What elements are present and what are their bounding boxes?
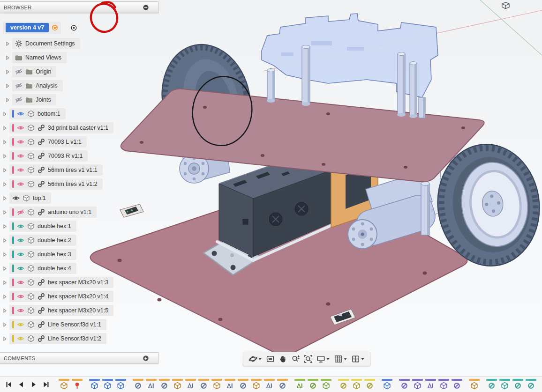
timeline-feature-item[interactable] <box>351 379 362 390</box>
browser-row-joints[interactable]: Joints <box>5 94 161 105</box>
timeline-feature-item[interactable] <box>211 379 222 390</box>
browser-row-component[interactable]: 56mm tires v1 v1:2 <box>2 178 161 190</box>
browser-row-pill[interactable]: hex spacer M3x20 v1:3 <box>9 277 113 288</box>
expand-arrow-icon[interactable] <box>5 41 11 47</box>
timeline-feature-item[interactable] <box>425 379 436 390</box>
browser-row-component[interactable]: 70093 R v1:1 <box>2 150 161 162</box>
browser-row-component[interactable]: bottom:1 <box>2 108 161 119</box>
browser-row-component[interactable]: 56mm tires v1 v1:1 <box>2 164 161 176</box>
browser-row-component[interactable]: hex spacer M3x20 v1:5 <box>2 305 161 316</box>
comments-panel-header[interactable]: COMMENTS <box>0 352 158 364</box>
browser-row-component[interactable]: 70093 L v1:1 <box>2 136 161 148</box>
expand-arrow-icon[interactable] <box>2 167 8 173</box>
browser-row-pill[interactable]: 56mm tires v1 v1:2 <box>9 178 103 190</box>
grid-snap-button[interactable] <box>332 354 349 364</box>
browser-row-label[interactable]: Analysis <box>36 82 58 89</box>
dropdown-caret-icon[interactable] <box>258 357 262 361</box>
browser-row-component[interactable]: hex spacer M3x20 v1:4 <box>2 291 161 302</box>
expand-arrow-icon[interactable] <box>2 181 8 187</box>
browser-row-pill[interactable]: double hex:3 <box>9 249 76 260</box>
browser-row-label[interactable]: double hex:4 <box>38 265 71 272</box>
timeline-feature-item[interactable] <box>159 379 170 390</box>
browser-row-pill[interactable]: Line Sensor.f3d v1:2 <box>9 333 106 344</box>
expand-arrow-icon[interactable] <box>2 308 8 314</box>
expand-arrow-icon[interactable] <box>2 153 8 159</box>
visibility-eye-icon[interactable] <box>17 124 24 132</box>
expand-arrow-icon[interactable] <box>2 294 8 300</box>
timeline-feature-item[interactable] <box>115 379 126 390</box>
timeline-feature-item[interactable] <box>185 379 196 390</box>
timeline-feature-item[interactable] <box>412 379 423 390</box>
browser-row-component[interactable]: double hex:4 <box>2 263 161 274</box>
browser-row-component[interactable]: Line Sensor.f3d v1:1 <box>2 319 161 330</box>
expand-arrow-icon[interactable] <box>5 97 11 103</box>
visibility-eye-icon[interactable] <box>12 194 20 202</box>
expand-arrow-icon[interactable] <box>2 251 8 258</box>
visibility-eye-icon[interactable] <box>17 265 24 272</box>
browser-row-pill[interactable]: 70093 L v1:1 <box>9 136 87 148</box>
hex-spacer[interactable] <box>409 62 417 118</box>
viewcube-mini-icon[interactable] <box>502 2 509 9</box>
visibility-eye-icon[interactable] <box>17 335 24 342</box>
browser-row-named-views[interactable]: Named Views <box>5 52 161 63</box>
browser-row-pill[interactable]: Line Sensor.f3d v1:1 <box>9 319 106 330</box>
visibility-eye-icon[interactable] <box>17 180 24 188</box>
browser-row-pill[interactable]: Named Views <box>12 52 67 63</box>
expand-arrow-icon[interactable] <box>2 209 8 215</box>
browser-row-pill[interactable]: hex spacer M3x20 v1:5 <box>9 305 113 316</box>
timeline-feature-item[interactable] <box>469 379 480 390</box>
browser-row-label[interactable]: Document Settings <box>25 40 75 47</box>
visibility-eye-icon[interactable] <box>17 152 24 160</box>
timeline-feature-item[interactable] <box>294 379 305 390</box>
timeline-feature-item[interactable] <box>198 379 209 390</box>
timeline-step-back-button[interactable] <box>16 380 26 389</box>
timeline-go-to-start-button[interactable] <box>4 380 13 389</box>
expand-arrow-icon[interactable] <box>2 266 8 272</box>
dropdown-caret-icon[interactable] <box>361 357 365 361</box>
browser-row-label[interactable]: top:1 <box>33 195 46 201</box>
browser-row-label[interactable]: arduino uno v1:1 <box>48 209 91 215</box>
browser-row-label[interactable]: 70093 R v1:1 <box>48 153 83 159</box>
expand-arrow-icon[interactable] <box>2 336 8 342</box>
browser-row-component[interactable]: double hex:2 <box>2 235 161 246</box>
visibility-eye-icon[interactable] <box>17 110 24 118</box>
browser-row-label[interactable]: 56mm tires v1 v1:1 <box>48 167 98 173</box>
look-at-button[interactable] <box>264 354 276 364</box>
browser-row-pill[interactable]: Joints <box>12 94 56 105</box>
timeline-feature-item[interactable] <box>512 379 523 390</box>
browser-row-component[interactable]: arduino uno v1:1 <box>2 207 161 218</box>
expand-arrow-icon[interactable] <box>2 111 8 117</box>
expand-arrow-icon[interactable] <box>5 83 11 89</box>
timeline-feature-item[interactable] <box>225 379 235 390</box>
browser-row-pill[interactable]: 70093 R v1:1 <box>9 150 88 162</box>
browser-row-pill[interactable]: hex spacer M3x20 v1:4 <box>9 291 113 302</box>
expand-arrow-icon[interactable] <box>5 69 11 75</box>
timeline-feature-item[interactable] <box>438 379 449 390</box>
expand-arrow-icon[interactable] <box>2 223 8 229</box>
browser-row-label[interactable]: hex spacer M3x20 v1:5 <box>48 307 108 314</box>
expand-arrow-icon[interactable] <box>2 195 8 201</box>
expand-arrow-icon[interactable] <box>2 125 8 131</box>
visibility-eye-off-icon[interactable] <box>15 82 23 89</box>
visibility-eye-icon[interactable] <box>17 237 24 244</box>
fit-button[interactable] <box>302 354 314 364</box>
visibility-eye-icon[interactable] <box>17 307 24 314</box>
browser-panel-header[interactable]: BROWSER <box>0 1 158 13</box>
expand-arrow-icon[interactable] <box>2 237 8 244</box>
browser-row-label[interactable]: Joints <box>36 96 51 103</box>
display-settings-button[interactable] <box>315 354 331 364</box>
root-component-label[interactable]: version 4 v7 <box>6 23 49 32</box>
timeline-feature-item[interactable] <box>133 379 143 390</box>
timeline-feature-item[interactable] <box>146 379 157 390</box>
dropdown-caret-icon[interactable] <box>343 357 347 361</box>
visibility-eye-off-icon[interactable] <box>15 68 23 75</box>
expand-panel-icon[interactable] <box>143 355 149 362</box>
timeline-feature-item[interactable] <box>526 379 536 390</box>
browser-row-pill[interactable]: double hex:2 <box>9 235 76 246</box>
orbit-button[interactable] <box>247 354 263 364</box>
browser-row-pill[interactable]: Document Settings <box>12 38 80 49</box>
browser-row-label[interactable]: 3d print ball caster v1:1 <box>48 125 108 131</box>
browser-row-label[interactable]: Origin <box>36 68 51 75</box>
browser-row-pill[interactable]: double hex:4 <box>9 263 76 274</box>
visibility-eye-icon[interactable] <box>17 138 24 146</box>
